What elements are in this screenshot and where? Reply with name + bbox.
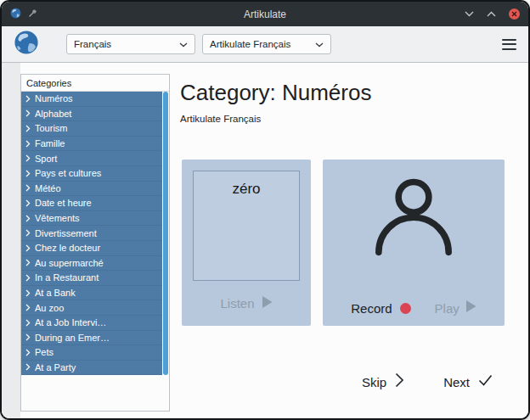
play-triangle-icon [262, 296, 273, 311]
chevron-right-icon [25, 244, 31, 252]
category-item-label: At a Bank [35, 288, 76, 298]
trainer-cards: zéro Listen [180, 160, 515, 326]
page-title: Category: Numéros [180, 80, 515, 106]
category-item[interactable]: Numéros [21, 92, 162, 107]
phrase-card: zéro Listen [182, 160, 311, 326]
chevron-right-icon [25, 184, 31, 192]
chevron-right-icon [25, 229, 31, 237]
minimize-button[interactable] [465, 11, 474, 17]
chevron-right-icon [25, 109, 31, 117]
chevron-right-icon [25, 319, 31, 327]
category-item[interactable]: At a Bank [21, 286, 162, 301]
category-item-label: At a Party [35, 362, 76, 372]
chevron-right-icon [395, 372, 404, 391]
chevron-right-icon [25, 274, 31, 282]
category-list: Numéros Alphabet Tourism [21, 92, 162, 375]
category-item[interactable]: Famille [21, 137, 162, 152]
category-item[interactable]: Météo [21, 182, 162, 197]
listen-button-label: Listen [220, 296, 254, 311]
listen-button[interactable]: Listen [193, 281, 300, 326]
chevron-right-icon [25, 140, 31, 148]
course-select-value: Artikulate Français [210, 39, 290, 49]
category-item[interactable]: Au supermarché [21, 256, 162, 272]
chevron-right-icon [25, 215, 31, 222]
language-select[interactable]: Français [66, 34, 195, 54]
category-item-label: Tourism [35, 123, 68, 133]
play-triangle-icon [466, 300, 476, 316]
play-button-label: Play [435, 301, 460, 316]
main-area: Categories Numéros Alphabet [2, 63, 528, 418]
record-button[interactable]: Record [351, 301, 410, 316]
category-item[interactable]: At a Job Intervi… [21, 316, 162, 331]
titlebar: Artikulate [2, 2, 528, 26]
left-gutter [2, 63, 20, 418]
category-item[interactable]: Vêtements [21, 211, 162, 227]
category-item-label: In a Restaurant [35, 272, 99, 283]
close-button[interactable] [509, 8, 520, 20]
category-item-label: Alphabet [35, 109, 71, 119]
language-select-value: Français [74, 39, 111, 49]
chevron-right-icon [25, 289, 31, 297]
category-item[interactable]: Pays et cultures [21, 166, 162, 182]
categories-header: Categories [21, 75, 169, 92]
skip-button-label: Skip [362, 375, 386, 389]
category-item-label: Sport [35, 154, 57, 164]
category-item[interactable]: Au zoo [21, 300, 162, 316]
category-item-label: Au zoo [35, 303, 64, 313]
category-item-label: Météo [35, 183, 61, 193]
category-item[interactable]: Divertissement [21, 226, 162, 241]
record-dot-icon [400, 303, 411, 314]
hamburger-menu-icon[interactable] [502, 39, 516, 50]
chevron-right-icon [25, 125, 31, 132]
record-button-label: Record [351, 301, 392, 316]
navigation-actions: Skip Next [362, 372, 515, 391]
chevron-right-icon [25, 95, 31, 103]
category-item[interactable]: In a Restaurant [21, 271, 162, 286]
chevron-right-icon [25, 170, 31, 177]
record-card: Record Play [323, 160, 505, 326]
checkmark-icon [478, 374, 493, 389]
play-button[interactable]: Play [435, 300, 476, 316]
maximize-button[interactable] [487, 11, 496, 17]
pin-icon[interactable] [27, 7, 37, 22]
categories-panel: Categories Numéros Alphabet [20, 74, 170, 412]
chevron-right-icon [25, 333, 31, 341]
phrase-text: zéro [232, 181, 260, 197]
app-icon [10, 7, 21, 22]
category-item-label: Pays et cultures [35, 168, 101, 178]
next-button-label: Next [443, 375, 470, 389]
record-play-row: Record Play [351, 300, 476, 316]
category-item[interactable]: Chez le docteur [21, 241, 162, 256]
category-item[interactable]: Sport [21, 151, 162, 166]
chevron-down-icon [179, 39, 188, 49]
category-item-label: Vêtements [35, 213, 80, 223]
toolbar: Français Artikulate Français [2, 26, 528, 62]
person-icon [369, 173, 458, 261]
category-item[interactable]: During an Emer… [21, 331, 162, 346]
chevron-right-icon [25, 349, 31, 356]
app-window: Artikulate [2, 2, 528, 418]
category-list-area: Numéros Alphabet Tourism [21, 92, 169, 411]
chevron-right-icon [25, 259, 31, 266]
next-button[interactable]: Next [443, 374, 493, 389]
sidebar-scrollbar[interactable] [163, 92, 168, 375]
category-item[interactable]: Tourism [21, 121, 162, 137]
skip-button[interactable]: Skip [362, 372, 404, 391]
globe-icon [14, 30, 39, 59]
category-item[interactable]: Alphabet [21, 107, 162, 122]
category-item[interactable]: Date et heure [21, 196, 162, 211]
course-select[interactable]: Artikulate Français [202, 34, 331, 54]
category-item-label: Numéros [35, 93, 73, 104]
chevron-right-icon [25, 154, 31, 162]
category-item-label: Famille [35, 138, 65, 148]
category-item-label: Pets [35, 347, 54, 357]
content-area: Category: Numéros Artikulate Français zé… [170, 63, 528, 418]
chevron-down-icon [315, 39, 324, 49]
category-item-label: Date et heure [35, 198, 92, 208]
category-item-label: Chez le docteur [35, 243, 100, 253]
phrase-box: zéro [193, 171, 300, 281]
category-item-label: During an Emer… [35, 333, 110, 343]
chevron-right-icon [25, 304, 31, 311]
category-item[interactable]: Pets [21, 345, 162, 361]
category-item[interactable]: At a Party [21, 361, 162, 376]
